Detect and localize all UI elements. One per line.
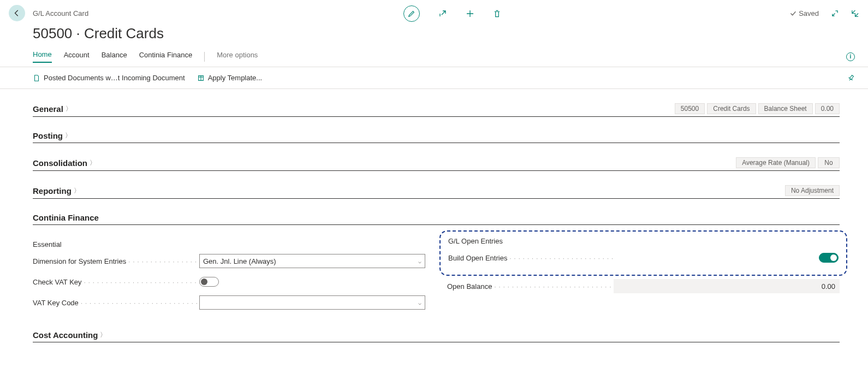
essential-group-label: Essential: [33, 240, 425, 248]
open-balance-label: Open Balance: [447, 282, 614, 291]
template-icon: [197, 74, 205, 82]
fasttab-general-header[interactable]: General 〉 50500 Credit Cards Balance She…: [33, 103, 840, 117]
check-vat-label: Check VAT Key: [33, 278, 199, 286]
tab-account[interactable]: Account: [64, 51, 90, 62]
plus-icon: [466, 9, 474, 18]
chevron-right-icon: 〉: [66, 104, 72, 114]
gl-open-entries-label: G/L Open Entries: [448, 237, 839, 245]
fasttab-cost-accounting: Cost Accounting 〉: [33, 330, 840, 342]
content-area: General 〉 50500 Credit Cards Balance She…: [0, 103, 868, 359]
build-open-entries-label: Build Open Entries: [448, 254, 615, 262]
summary-category: Balance Sheet: [758, 103, 813, 114]
fasttab-general: General 〉 50500 Credit Cards Balance She…: [33, 103, 840, 117]
dimension-select[interactable]: Gen. Jnl. Line (Always) ⌵: [199, 254, 425, 268]
tab-bar: Home Account Balance Continia Finance Mo…: [0, 46, 868, 67]
vat-key-code-select[interactable]: ⌵: [199, 295, 425, 310]
tab-more-options[interactable]: More options: [217, 51, 258, 62]
tab-balance[interactable]: Balance: [102, 51, 127, 62]
fasttab-continia-header[interactable]: Continia Finance: [33, 213, 840, 225]
share-button[interactable]: [438, 9, 447, 18]
vat-key-code-label: VAT Key Code: [33, 299, 199, 307]
collapse-icon: [851, 9, 859, 17]
open-balance-value: 0.00: [614, 279, 840, 293]
apply-template-action[interactable]: Apply Template...: [197, 74, 262, 82]
fasttab-posting-header[interactable]: Posting 〉: [33, 131, 840, 143]
chevron-right-icon: 〉: [74, 186, 80, 196]
posted-documents-label: Posted Documents w…t Incoming Document: [44, 74, 185, 82]
fasttab-consolidation-header[interactable]: Consolidation 〉 Average Rate (Manual) No: [33, 157, 840, 171]
pencil-icon: [408, 10, 415, 17]
fasttab-posting-title: Posting: [33, 131, 63, 140]
saved-indicator: Saved: [789, 9, 819, 17]
fasttab-reporting: Reporting 〉 No Adjustment: [33, 185, 840, 199]
arrow-left-icon: [13, 9, 21, 17]
collapse-button[interactable]: [851, 9, 859, 17]
pin-button[interactable]: [847, 74, 855, 82]
apply-template-label: Apply Template...: [208, 74, 262, 82]
tab-home[interactable]: Home: [33, 50, 52, 63]
trash-icon: [493, 9, 501, 18]
document-icon: [33, 74, 40, 82]
action-bar: Posted Documents w…t Incoming Document A…: [0, 67, 868, 89]
summary-name: Credit Cards: [707, 103, 756, 114]
tab-separator: [204, 52, 205, 62]
popout-icon: [831, 9, 839, 17]
consolidation-summary: Average Rate (Manual) No: [736, 157, 840, 168]
pin-icon: [847, 74, 855, 82]
top-right-actions: Saved: [789, 9, 859, 17]
info-icon[interactable]: i: [846, 52, 855, 61]
reporting-summary: No Adjustment: [785, 185, 840, 196]
saved-label: Saved: [799, 9, 819, 17]
fasttab-continia-title: Continia Finance: [33, 213, 99, 222]
breadcrumb: G/L Account Card: [33, 9, 88, 17]
chevron-down-icon: ⌵: [418, 300, 421, 306]
summary-no: 50500: [675, 103, 705, 114]
build-open-entries-toggle[interactable]: [819, 253, 839, 263]
edit-button[interactable]: [403, 5, 420, 22]
fasttab-reporting-title: Reporting: [33, 186, 72, 196]
dimension-field: Dimension for System Entries Gen. Jnl. L…: [33, 254, 425, 268]
open-balance-field: Open Balance 0.00: [447, 279, 840, 293]
dimension-label: Dimension for System Entries: [33, 257, 199, 265]
build-open-entries-field: Build Open Entries: [448, 251, 839, 265]
dimension-value: Gen. Jnl. Line (Always): [203, 257, 276, 265]
top-bar: G/L Account Card Saved: [0, 0, 868, 24]
fasttab-cost-accounting-header[interactable]: Cost Accounting 〉: [33, 330, 840, 342]
posted-documents-action[interactable]: Posted Documents w…t Incoming Document: [33, 74, 185, 82]
continia-right-col: G/L Open Entries Build Open Entries Open…: [447, 233, 840, 316]
vat-key-code-field: VAT Key Code ⌵: [33, 295, 425, 310]
check-vat-toggle[interactable]: [199, 277, 219, 287]
fasttab-posting: Posting 〉: [33, 131, 840, 143]
fasttab-reporting-header[interactable]: Reporting 〉 No Adjustment: [33, 185, 840, 199]
fasttab-cost-accounting-title: Cost Accounting: [33, 330, 98, 340]
summary-balance: 0.00: [815, 103, 840, 114]
chevron-down-icon: ⌵: [418, 258, 421, 264]
gl-open-entries-highlight: G/L Open Entries Build Open Entries: [439, 230, 847, 276]
fasttab-continia-finance: Continia Finance Essential Dimension for…: [33, 213, 840, 316]
popout-button[interactable]: [831, 9, 839, 17]
page-title: 50500 · Credit Cards: [0, 24, 868, 46]
summary-method: Average Rate (Manual): [736, 157, 816, 168]
general-summary: 50500 Credit Cards Balance Sheet 0.00: [675, 103, 840, 114]
top-center-actions: [403, 5, 501, 22]
summary-flag: No: [818, 157, 840, 168]
fasttab-consolidation-title: Consolidation: [33, 158, 87, 168]
chevron-right-icon: 〉: [65, 131, 72, 140]
back-button[interactable]: [9, 5, 25, 21]
fasttab-consolidation: Consolidation 〉 Average Rate (Manual) No: [33, 157, 840, 171]
share-icon: [438, 9, 447, 18]
tab-continia[interactable]: Continia Finance: [139, 51, 193, 62]
check-icon: [789, 10, 796, 17]
fasttab-general-title: General: [33, 104, 63, 114]
delete-button[interactable]: [493, 9, 501, 18]
chevron-right-icon: 〉: [100, 330, 106, 340]
summary-adjustment: No Adjustment: [785, 185, 840, 196]
chevron-right-icon: 〉: [90, 158, 96, 168]
check-vat-field: Check VAT Key: [33, 275, 425, 289]
new-button[interactable]: [466, 9, 474, 18]
continia-left-col: Essential Dimension for System Entries G…: [33, 233, 425, 316]
